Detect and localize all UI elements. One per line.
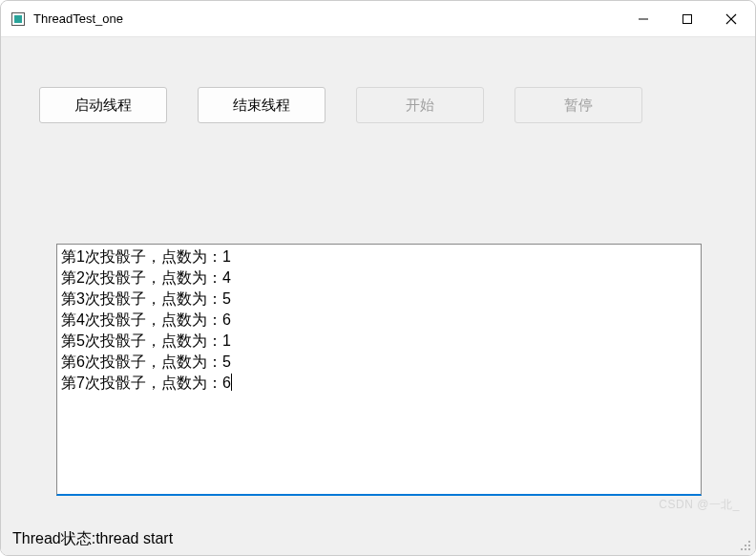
log-line: 第7次投骰子，点数为：6 (61, 373, 697, 394)
status-label: Thread状态:thread start (12, 529, 173, 549)
log-line: 第4次投骰子，点数为：6 (61, 310, 697, 331)
log-line: 第3次投骰子，点数为：5 (61, 289, 697, 310)
svg-rect-3 (683, 14, 692, 23)
text-caret (231, 374, 232, 391)
pause-button[interactable]: 暂停 (514, 87, 642, 123)
start-thread-button[interactable]: 启动线程 (39, 87, 167, 123)
log-line: 第2次投骰子，点数为：4 (61, 267, 697, 289)
begin-button[interactable]: 开始 (356, 87, 484, 123)
log-textbox[interactable]: 第1次投骰子，点数为：1 第2次投骰子，点数为：4 第3次投骰子，点数为：5 第… (56, 244, 702, 496)
svg-rect-1 (14, 15, 22, 23)
close-button[interactable] (709, 2, 753, 36)
watermark: CSDN @一北_ (659, 497, 740, 513)
minimize-button[interactable] (621, 2, 665, 36)
maximize-button[interactable] (665, 2, 709, 36)
end-thread-button[interactable]: 结束线程 (198, 87, 326, 123)
log-line: 第1次投骰子，点数为：1 (61, 246, 697, 267)
button-row: 启动线程 结束线程 开始 暂停 (39, 87, 642, 123)
log-text: 第7次投骰子，点数为：6 (61, 374, 231, 391)
client-area: 启动线程 结束线程 开始 暂停 第1次投骰子，点数为：1 第2次投骰子，点数为：… (1, 37, 755, 555)
log-line: 第5次投骰子，点数为：1 (61, 331, 697, 352)
window-title: ThreadTest_one (33, 11, 123, 26)
app-icon (10, 11, 26, 27)
resize-grip[interactable] (738, 538, 751, 551)
svg-point-6 (748, 541, 750, 543)
titlebar[interactable]: ThreadTest_one (1, 1, 755, 37)
log-line: 第6次投骰子，点数为：5 (61, 352, 697, 373)
svg-point-11 (748, 548, 750, 550)
svg-point-8 (748, 545, 750, 546)
svg-point-9 (741, 548, 743, 550)
svg-point-7 (745, 545, 746, 546)
svg-point-10 (745, 548, 746, 550)
